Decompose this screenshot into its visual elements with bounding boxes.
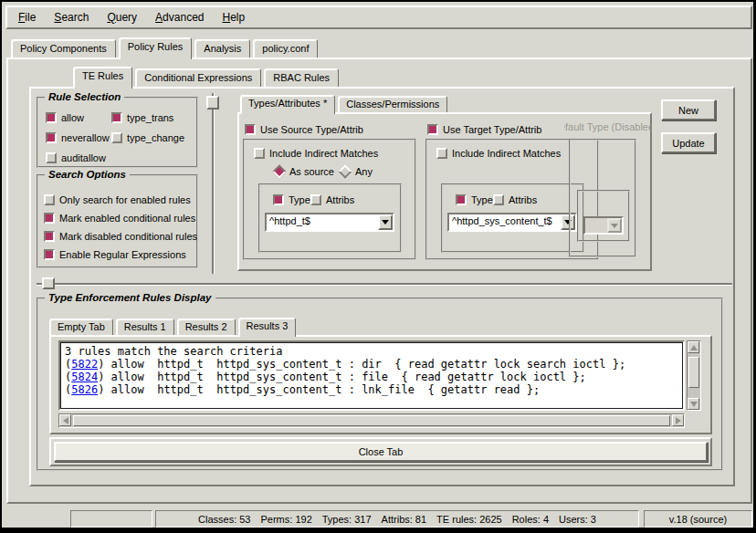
scroll-up-button[interactable] [688, 341, 699, 353]
menu-help[interactable]: Help [213, 7, 254, 27]
rule-line: (5824) allow httpd_t httpd_sys_content_t… [65, 371, 678, 383]
checkbox-label: auditallow [61, 152, 106, 163]
results-text-wrap: 3 rules match the search criteria (5822)… [58, 340, 685, 411]
scroll-right-button[interactable] [672, 414, 684, 426]
radio-any[interactable]: Any [340, 165, 373, 178]
arrow-up-icon [690, 345, 698, 350]
checkbox-target-types[interactable]: Types [456, 193, 498, 206]
source-type-value[interactable]: ^httpd_t$ [269, 214, 376, 230]
results-summary: 3 rules match the search criteria [65, 345, 678, 358]
checkbox-mark-disabled-conditional[interactable]: Mark disabled conditional rules [44, 230, 197, 243]
default-type-label: Default Type (Disabled) [564, 121, 652, 132]
radio-label: Any [355, 166, 373, 177]
rule-id-link[interactable]: 5824 [71, 371, 98, 383]
vertical-sash-handle[interactable] [206, 96, 219, 110]
source-type-combobox[interactable]: ^httpd_t$ [265, 213, 394, 232]
tab-policy-rules[interactable]: Policy Rules [119, 37, 193, 59]
results-vertical-scrollbar[interactable] [687, 340, 701, 411]
rule-id-link[interactable]: 5826 [71, 383, 98, 396]
main-tab-bar: Policy Components Policy Rules Analysis … [11, 36, 320, 57]
te-rules-display-title: Type Enforcement Rules Display [45, 292, 215, 303]
checkbox-indicator [273, 194, 284, 205]
tab-policy-components[interactable]: Policy Components [11, 39, 116, 57]
checkbox-indicator [436, 148, 447, 159]
target-type-combobox[interactable]: ^httpd_sys_content_t$ [447, 213, 577, 232]
radio-indicator [339, 165, 352, 179]
results-horizontal-scrollbar[interactable] [58, 413, 685, 428]
scroll-down-button[interactable] [688, 398, 699, 410]
rule-id-link[interactable]: 5822 [71, 358, 98, 371]
results-text-area[interactable]: 3 rules match the search criteria (5822)… [60, 342, 683, 409]
stat-types: Types: 317 [322, 514, 372, 525]
horizontal-scroll-thumb[interactable] [73, 415, 670, 426]
source-combo-arrow-button[interactable] [378, 214, 393, 230]
tab-policy-conf[interactable]: policy.conf [253, 39, 318, 57]
new-button[interactable]: New [661, 99, 716, 120]
stat-roles: Roles: 4 [512, 514, 549, 525]
default-type-label-clip: Default Type (Disabled) [564, 121, 652, 134]
radio-as-source[interactable]: As source [274, 165, 334, 178]
checkbox-indicator [44, 249, 55, 260]
checkbox-use-source-type[interactable]: Use Source Type/Attrib [245, 123, 363, 136]
checkbox-label: Attribs [509, 194, 537, 205]
tab-results-3[interactable]: Results 3 [238, 318, 297, 337]
rule-text: allow httpd_t httpd_sys_content_t : file… [104, 371, 585, 383]
tab-types-attributes[interactable]: Types/Attributes * [240, 95, 335, 114]
checkbox-neverallow[interactable]: neverallow [46, 131, 110, 144]
rule-line: (5826) allow httpd_t httpd_sys_content_t… [65, 383, 678, 396]
rule-selection-title: Rule Selection [45, 91, 124, 102]
vertical-scroll-thumb[interactable] [688, 357, 699, 388]
rule-text: allow httpd_t httpd_sys_content_t : lnk_… [104, 383, 540, 396]
checkbox-indicator [456, 194, 467, 205]
status-empty-panel [70, 510, 152, 528]
tab-classes-permissions[interactable]: Classes/Permissions [338, 96, 447, 112]
checkbox-source-types[interactable]: Types [273, 193, 315, 206]
policy-rules-tab-bar: TE Rules Conditional Expressions RBAC Ru… [73, 65, 341, 87]
tab-empty[interactable]: Empty Tab [49, 319, 113, 335]
checkbox-indicator [493, 194, 504, 205]
tab-analysis[interactable]: Analysis [194, 39, 250, 57]
tab-rbac-rules[interactable]: RBAC Rules [264, 68, 339, 87]
checkbox-mark-enabled-conditional[interactable]: Mark enabled conditional rules [44, 212, 195, 225]
checkbox-type-trans[interactable]: type_trans [111, 111, 173, 124]
checkbox-allow[interactable]: allow [46, 111, 84, 124]
checkbox-indicator [44, 231, 55, 242]
close-tab-button[interactable]: Close Tab [54, 442, 708, 462]
checkbox-label: Attribs [326, 194, 354, 205]
default-type-combobox [583, 216, 624, 235]
checkbox-auditallow[interactable]: auditallow [46, 152, 106, 164]
checkbox-label: Mark disabled conditional rules [59, 231, 197, 242]
checkbox-source-attribs[interactable]: Attribs [310, 193, 354, 206]
menu-query[interactable]: Query [98, 7, 146, 27]
checkbox-label: type_change [127, 132, 184, 143]
menu-search[interactable]: Search [45, 7, 98, 27]
close-tab-label: Close Tab [359, 446, 404, 457]
tab-results-1[interactable]: Results 1 [116, 319, 174, 335]
scroll-left-button[interactable] [59, 414, 71, 426]
target-type-value[interactable]: ^httpd_sys_content_t$ [452, 214, 559, 230]
checkbox-indicator [310, 194, 321, 205]
checkbox-use-target-type[interactable]: Use Target Type/Attrib [427, 123, 541, 136]
status-version-panel: v.18 (source) [644, 510, 752, 528]
checkbox-label: Mark enabled conditional rules [59, 213, 195, 224]
new-button-label: New [678, 105, 698, 116]
checkbox-label: Include Indirect Matches [452, 148, 561, 159]
checkbox-source-indirect[interactable]: Include Indirect Matches [254, 147, 378, 160]
checkbox-enable-regex[interactable]: Enable Regular Expressions [44, 248, 186, 261]
checkbox-indicator [254, 148, 265, 159]
horizontal-sash-handle[interactable] [42, 277, 55, 289]
checkbox-label: Use Target Type/Attrib [443, 124, 541, 135]
menu-advanced[interactable]: Advanced [146, 7, 213, 27]
checkbox-only-enabled-rules[interactable]: Only search for enabled rules [44, 193, 191, 206]
checkbox-label: type_trans [127, 112, 173, 123]
checkbox-type-change[interactable]: type_change [111, 131, 184, 144]
tab-te-rules[interactable]: TE Rules [73, 67, 132, 89]
types-attribs-tab-bar: Types/Attributes * Classes/Permissions [240, 93, 450, 112]
checkbox-target-attribs[interactable]: Attribs [493, 193, 537, 206]
checkbox-label: Use Source Type/Attrib [260, 124, 363, 135]
menu-file[interactable]: File [9, 7, 45, 27]
update-button[interactable]: Update [661, 132, 716, 153]
tab-conditional-expressions[interactable]: Conditional Expressions [135, 68, 261, 87]
tab-results-2[interactable]: Results 2 [177, 319, 236, 335]
checkbox-target-indirect[interactable]: Include Indirect Matches [436, 147, 561, 160]
